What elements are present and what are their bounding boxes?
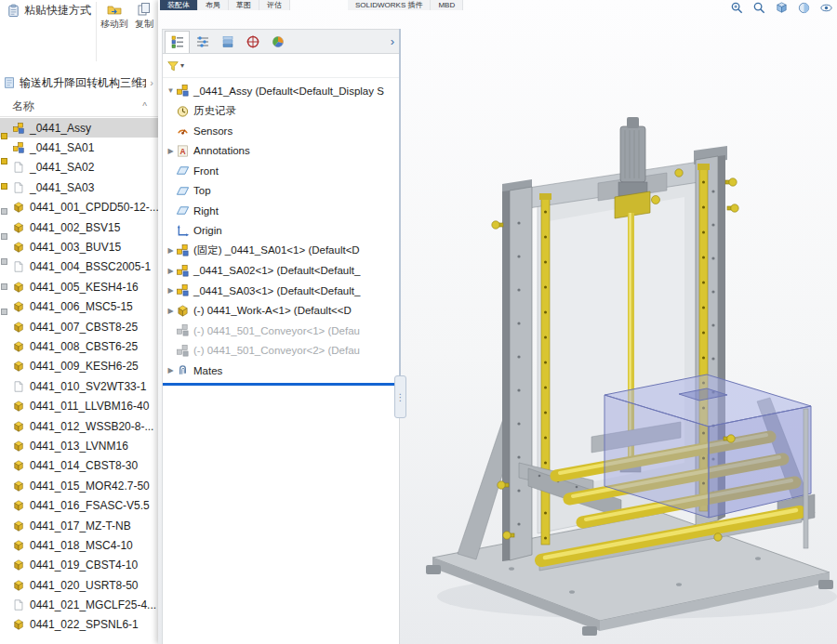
file-row[interactable]: 0441_021_MGCLF25-4... bbox=[0, 595, 158, 614]
featuremanager-tab[interactable] bbox=[165, 31, 190, 53]
part-icon bbox=[176, 304, 190, 318]
feature-tree-item[interactable]: Top bbox=[163, 181, 399, 202]
feature-tree-item[interactable]: ▶ _0441_SA03<1> (Default<Default_ bbox=[163, 281, 399, 301]
file-row[interactable]: 0441_013_LVNM16 bbox=[0, 436, 158, 455]
copy-button[interactable]: 复制 bbox=[128, 2, 160, 31]
asm-gray-icon bbox=[176, 344, 190, 358]
file-row[interactable]: 0441_022_SPSNL6-1 bbox=[0, 615, 158, 635]
file-row[interactable]: 0441_008_CBST6-25 bbox=[0, 336, 158, 356]
configurationmanager-icon bbox=[220, 34, 235, 49]
file-row[interactable]: 0441_017_MZ-T-NB bbox=[0, 516, 158, 535]
expand-arrow-icon[interactable]: ▶ bbox=[166, 366, 176, 375]
file-row[interactable]: 0441_001_CPDD50-12-... bbox=[0, 198, 158, 217]
expand-arrow-icon[interactable]: ▶ bbox=[166, 246, 176, 255]
file-row[interactable]: _0441_SA02 bbox=[0, 158, 158, 177]
display-style-icon[interactable] bbox=[797, 1, 811, 15]
zoom-area-icon[interactable] bbox=[752, 1, 766, 15]
file-label: 0441_021_MGCLF25-4... bbox=[30, 598, 156, 611]
document-icon bbox=[3, 76, 16, 89]
edge-icon bbox=[1, 283, 7, 290]
part-file-icon bbox=[12, 539, 25, 552]
name-column-header[interactable]: 名称 ^ bbox=[0, 97, 158, 117]
feature-tree-item[interactable]: ▶ Annotations bbox=[163, 141, 399, 162]
file-label: 0441_001_CPDD50-12-... bbox=[30, 201, 158, 214]
file-row[interactable]: 0441_004_BSSC2005-1 bbox=[0, 257, 158, 277]
filter-caret-icon[interactable]: ▾ bbox=[180, 61, 184, 70]
copy-icon bbox=[137, 2, 152, 17]
ribbon-tab[interactable]: 布局 bbox=[198, 0, 229, 10]
tree-item-label: _0441_SA02<1> (Default<Default_ bbox=[193, 265, 360, 276]
ribbon-tab[interactable]: MBD bbox=[431, 0, 463, 10]
part-file-icon bbox=[12, 281, 25, 294]
feature-tree-item[interactable]: ▶ _0441_SA02<1> (Default<Default_ bbox=[163, 261, 399, 282]
feature-tree-root[interactable]: ▼ _0441_Assy (Default<Default_Display S bbox=[163, 81, 399, 101]
ribbon-tab[interactable]: 草图 bbox=[229, 0, 259, 10]
filter-bar[interactable]: ▾ bbox=[163, 54, 399, 78]
feature-tree-item[interactable]: ▶ (固定) _0441_SA01<1> (Default<D bbox=[163, 241, 399, 261]
ribbon-tab[interactable]: 评估 bbox=[259, 0, 290, 10]
ribbon-tab[interactable]: SOLIDWORKS 插件 bbox=[348, 0, 431, 10]
expand-arrow-icon[interactable]: ▶ bbox=[166, 267, 176, 275]
file-label: _0441_SA02 bbox=[30, 161, 94, 174]
panel-splitter[interactable] bbox=[399, 29, 401, 415]
part-file-icon bbox=[12, 480, 25, 493]
ribbon-tab[interactable]: 装配体 bbox=[160, 0, 198, 10]
propertymanager-tab[interactable] bbox=[190, 31, 215, 53]
file-label: 0441_006_MSC5-15 bbox=[30, 300, 133, 313]
file-row[interactable]: _0441_Assy bbox=[0, 118, 158, 138]
file-row[interactable]: _0441_SA03 bbox=[0, 177, 158, 197]
file-row[interactable]: 0441_009_KESH6-25 bbox=[0, 357, 158, 376]
part-file-icon bbox=[12, 221, 25, 234]
feature-tree-item[interactable]: Origin bbox=[163, 221, 399, 242]
file-row[interactable]: 0441_016_FSASC-V5.5 bbox=[0, 495, 158, 515]
file-row[interactable]: 0441_018_MSC4-10 bbox=[0, 535, 158, 555]
file-row[interactable]: 0441_015_MOR42.7-50 bbox=[0, 476, 158, 495]
file-row[interactable]: 0441_010_SV2WT33-1 bbox=[0, 376, 158, 396]
folder-title-bar[interactable]: 输送机升降回转机构三维套图 › bbox=[0, 72, 158, 93]
asm-icon bbox=[176, 264, 190, 278]
view-orientation-icon[interactable] bbox=[775, 1, 789, 15]
zoom-to-fit-icon[interactable] bbox=[730, 1, 744, 15]
file-row[interactable]: 0441_020_USRT8-50 bbox=[0, 575, 158, 595]
feature-tree-item[interactable]: Right bbox=[163, 201, 399, 221]
panel-collapse-chevron[interactable]: › bbox=[391, 34, 399, 48]
feature-tree-item[interactable]: 历史记录 bbox=[163, 101, 399, 122]
rollback-bar[interactable] bbox=[163, 383, 399, 386]
splitter-handle[interactable]: ⋮ bbox=[394, 375, 406, 418]
feature-tree-item[interactable]: (-) 0441_501_Conveyor<1> (Defau bbox=[163, 321, 399, 341]
file-row[interactable]: 0441_011_LLVBM16-40 bbox=[0, 396, 158, 415]
filter-icon[interactable] bbox=[166, 59, 179, 72]
expand-arrow-icon[interactable]: ▶ bbox=[166, 286, 176, 295]
file-row[interactable]: 0441_002_BSV15 bbox=[0, 217, 158, 237]
configurationmanager-tab[interactable] bbox=[215, 31, 240, 53]
dimxpertmanager-icon bbox=[246, 34, 260, 49]
file-row[interactable]: 0441_007_CBST8-25 bbox=[0, 317, 158, 336]
ribbon-tab-bar: 装配体布局草图评估SOLIDWORKS 插件MBD bbox=[160, 0, 463, 10]
part-file-icon bbox=[12, 300, 25, 313]
expand-arrow-icon[interactable]: ▶ bbox=[166, 147, 176, 155]
part-file-icon bbox=[12, 201, 25, 214]
feature-tree-item[interactable]: ▶ Mates bbox=[163, 361, 399, 381]
feature-tree-item[interactable]: (-) 0441_501_Conveyor<2> (Defau bbox=[163, 341, 399, 361]
paste-shortcut-button[interactable]: 粘贴快捷方式 bbox=[7, 3, 91, 19]
dimxpertmanager-tab[interactable] bbox=[240, 31, 265, 53]
file-row[interactable]: 0441_003_BUV15 bbox=[0, 237, 158, 256]
plane-icon bbox=[176, 164, 190, 177]
feature-tree-item[interactable]: ▶ (-) 0441_Work-A<1> (Default<<D bbox=[163, 301, 399, 322]
file-label: 0441_014_CBST8-30 bbox=[30, 459, 138, 472]
hide-show-icon[interactable] bbox=[819, 1, 833, 15]
displaymanager-tab[interactable] bbox=[265, 31, 290, 53]
file-label: 0441_018_MSC4-10 bbox=[30, 539, 133, 552]
file-row[interactable]: 0441_006_MSC5-15 bbox=[0, 297, 158, 317]
feature-tree-item[interactable]: Sensors bbox=[163, 121, 399, 141]
expand-arrow-icon[interactable]: ▶ bbox=[166, 307, 176, 315]
file-row[interactable]: 0441_012_WSSB20-8-... bbox=[0, 416, 158, 436]
file-row[interactable]: 0441_014_CBST8-30 bbox=[0, 456, 158, 476]
file-row[interactable]: 0441_005_KESH4-16 bbox=[0, 277, 158, 296]
move-to-button[interactable]: 移动到 bbox=[99, 2, 130, 31]
file-row[interactable]: 0441_019_CBST4-10 bbox=[0, 556, 158, 575]
collapse-arrow-icon[interactable]: ▼ bbox=[166, 86, 176, 95]
part-file-icon bbox=[12, 360, 25, 373]
feature-tree-item[interactable]: Front bbox=[163, 161, 399, 181]
file-row[interactable]: _0441_SA01 bbox=[0, 138, 158, 157]
